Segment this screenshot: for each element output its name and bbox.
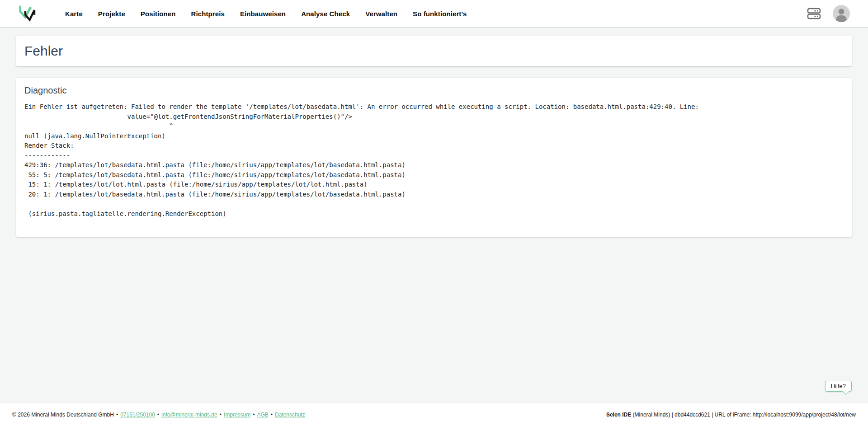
footer-phone-link[interactable]: 07151/250100	[120, 412, 155, 418]
app-root: Karte Projekte Positionen Richtpreis Ein…	[0, 0, 868, 426]
footer-separator: •	[220, 412, 222, 418]
nav-item-projekte[interactable]: Projekte	[98, 10, 125, 18]
server-icon[interactable]	[807, 7, 821, 20]
brand-logo[interactable]	[18, 4, 36, 23]
footer-separator: •	[271, 412, 273, 418]
footer-agb-link[interactable]: AGB	[257, 412, 268, 418]
page-footer: © 2026 Mineral Minds Deutschland GmbH • …	[0, 403, 868, 426]
page-title: Fehler	[24, 43, 63, 59]
user-avatar[interactable]	[833, 5, 850, 22]
footer-app-name: Selen IDE	[606, 412, 631, 418]
nav-item-positionen[interactable]: Positionen	[141, 10, 176, 18]
top-navbar: Karte Projekte Positionen Richtpreis Ein…	[0, 0, 868, 28]
nav-links: Karte Projekte Positionen Richtpreis Ein…	[65, 10, 467, 18]
diagnostic-heading: Diagnostic	[24, 85, 844, 96]
help-button-label: Hilfe?	[831, 383, 846, 389]
nav-item-karte[interactable]: Karte	[65, 10, 83, 18]
footer-datenschutz-link[interactable]: Datenschutz	[275, 412, 305, 418]
footer-separator: •	[157, 412, 159, 418]
mineral-minds-logo-icon	[18, 4, 36, 23]
nav-item-verwalten[interactable]: Verwalten	[365, 10, 397, 18]
footer-left: © 2026 Mineral Minds Deutschland GmbH • …	[12, 412, 305, 418]
footer-separator: •	[253, 412, 255, 418]
footer-impressum-link[interactable]: Impressum	[224, 412, 250, 418]
footer-email-link[interactable]: info@mineral-minds.de	[161, 412, 217, 418]
nav-item-einbauweisen[interactable]: Einbauweisen	[240, 10, 286, 18]
nav-item-so-funktionierts[interactable]: So funktioniert's	[413, 10, 467, 18]
footer-debug-info: Selen IDE (Mineral Minds) | dbd44dccd621…	[606, 412, 856, 418]
help-button[interactable]: Hilfe?	[825, 381, 852, 392]
page-title-card: Fehler	[16, 36, 852, 66]
diagnostic-card: Diagnostic Ein Fehler ist aufgetreten: F…	[16, 78, 852, 237]
nav-item-richtpreis[interactable]: Richtpreis	[191, 10, 225, 18]
footer-copyright: © 2026 Mineral Minds Deutschland GmbH	[12, 412, 114, 418]
main-content: Fehler Diagnostic Ein Fehler ist aufgetr…	[0, 28, 868, 403]
footer-separator: •	[116, 412, 118, 418]
nav-item-analyse-check[interactable]: Analyse Check	[301, 10, 350, 18]
navbar-actions	[807, 5, 850, 22]
footer-debug-details: (Mineral Minds) | dbd44dccd621 | URL of …	[631, 412, 856, 418]
diagnostic-stacktrace: Ein Fehler ist aufgetreten: Failed to re…	[24, 102, 844, 219]
